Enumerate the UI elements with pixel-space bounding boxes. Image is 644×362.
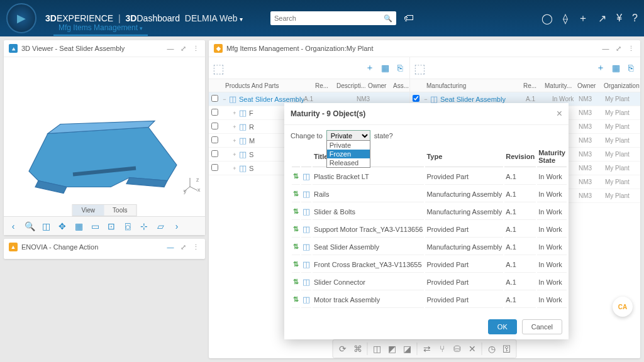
row-checkbox[interactable] — [211, 136, 218, 143]
dialog-row[interactable]: ⇅◫RailsManufacturing AssemblyA.1In Work — [292, 186, 567, 202]
cell-title: Motor track Assembly — [313, 292, 424, 308]
dialog-row[interactable]: ⇅◫Plastic Bracket LTProvided PartA.1In W… — [292, 168, 567, 185]
col-owner[interactable]: Owner — [575, 82, 601, 89]
axis-icon[interactable]: ⊹ — [137, 219, 151, 233]
row-checkbox[interactable] — [211, 123, 218, 129]
row-checkbox[interactable] — [211, 95, 218, 102]
ca-fab-button[interactable]: CA — [613, 297, 633, 317]
dialog-row[interactable]: ⇅◫Motor track AssemblyProvided PartA.1In… — [292, 292, 567, 308]
cube2-icon[interactable]: ◩ — [386, 342, 399, 356]
refresh-icon[interactable]: ⟳ — [336, 342, 350, 356]
user-icon[interactable]: ◯ — [541, 13, 553, 25]
expand-icon[interactable]: + — [230, 110, 239, 116]
col-ass[interactable]: Ass... — [391, 82, 409, 89]
option-private[interactable]: Private — [327, 141, 370, 150]
grid-icon[interactable]: ▦ — [379, 62, 391, 74]
apps-icon[interactable]: ¥ — [616, 13, 622, 24]
row-checkbox[interactable] — [211, 164, 218, 171]
key-icon[interactable]: ⚿ — [500, 342, 514, 356]
cube3-icon[interactable]: ◪ — [401, 342, 414, 356]
ok-button[interactable]: OK — [488, 319, 517, 334]
nav-prev-icon[interactable]: ‹ — [6, 219, 20, 233]
menu-icon[interactable]: ⋮ — [191, 243, 200, 251]
menu-icon[interactable]: ⋮ — [191, 44, 200, 53]
viewer-canvas[interactable]: zxy View Tools ‹ 🔍 ◫ ✥ ▦ ▭ ⊡ ⌼ ⊹ ▱ — [4, 57, 205, 235]
notification-icon[interactable]: ⟠ — [563, 13, 568, 25]
col-type[interactable]: Type — [425, 146, 503, 167]
col-owner[interactable]: Owner — [365, 82, 391, 89]
expand-icon[interactable]: − — [220, 96, 229, 102]
ground-icon[interactable]: ▱ — [153, 219, 167, 233]
option-released[interactable]: Released — [327, 158, 370, 167]
copy-icon[interactable]: ⎘ — [394, 62, 406, 74]
dialog-row[interactable]: ⇅◫Slider ConnectorProvided PartA.1In Wor… — [292, 274, 567, 290]
close-icon[interactable]: × — [557, 108, 562, 119]
col-mfg[interactable]: Manufacturing — [424, 82, 521, 89]
search-box[interactable]: 🔍 — [270, 11, 396, 25]
db-icon[interactable]: ⛁ — [450, 342, 464, 356]
share-icon[interactable]: ↗ — [598, 13, 606, 25]
dialog-row[interactable]: ⇅◫Slider & BoltsManufacturing AssemblyA.… — [292, 204, 567, 220]
link-icon[interactable]: ⌘ — [351, 342, 365, 356]
search-icon[interactable]: 🔍 — [384, 14, 392, 23]
menu-icon[interactable]: ⋮ — [626, 44, 635, 53]
expand-icon[interactable]: + — [230, 124, 239, 130]
search-input[interactable] — [274, 14, 384, 22]
col-rev[interactable]: Re... — [521, 82, 542, 89]
copy-icon[interactable]: ⎘ — [625, 62, 636, 74]
maximize-icon[interactable]: ⤢ — [179, 44, 187, 53]
row-checkbox[interactable] — [211, 150, 218, 157]
dialog-row[interactable]: ⇅◫Front Cross Bracket_YA3-V113655Provide… — [292, 256, 567, 273]
compass-icon[interactable]: ▶ — [6, 3, 36, 33]
tab-mfg-items[interactable]: Mfg Items Management ▾ — [53, 21, 148, 36]
minimize-icon[interactable]: — — [166, 44, 175, 53]
delete-icon[interactable]: ✕ — [465, 342, 479, 356]
dialog-row[interactable]: ⇅◫Seat Slider AssemblyManufacturing Asse… — [292, 239, 567, 255]
nav-next-icon[interactable]: › — [170, 219, 184, 233]
minimize-icon[interactable]: — — [601, 44, 610, 53]
col-revision[interactable]: Revision — [504, 146, 536, 167]
help-icon[interactable]: ? — [632, 13, 638, 24]
expand-icon[interactable]: + — [230, 151, 239, 158]
zoom-icon[interactable]: 🔍 — [23, 219, 36, 233]
cell-rev: A.1 — [504, 186, 536, 202]
expand-icon[interactable]: + — [230, 165, 239, 172]
add-product-icon[interactable]: ＋ — [364, 62, 375, 74]
dialog-row[interactable]: ⇅◫Support Motor Track_YA3-V113656Provide… — [292, 221, 567, 238]
maximize-icon[interactable]: ⤢ — [614, 44, 623, 53]
option-frozen[interactable]: Frozen — [327, 150, 370, 158]
col-products[interactable]: Products And Parts — [223, 82, 313, 89]
col-mat[interactable]: Maturity... — [542, 82, 575, 89]
grid-icon[interactable]: ▦ — [610, 62, 621, 74]
col-desc[interactable]: Descripti... — [334, 82, 365, 89]
cyl-icon[interactable]: ⌼ — [121, 219, 135, 233]
col-rev[interactable]: Re... — [313, 82, 334, 89]
col-maturity[interactable]: Maturity State — [537, 146, 567, 167]
minimize-icon[interactable]: — — [166, 243, 175, 251]
cell-type: Provided Part — [425, 292, 503, 308]
move-icon[interactable]: ✥ — [55, 219, 69, 233]
row-checkbox[interactable] — [413, 95, 419, 102]
col-org[interactable]: Organization — [601, 82, 640, 89]
maximize-icon[interactable]: ⤢ — [179, 243, 187, 251]
sel-icon[interactable]: ▭ — [88, 219, 102, 233]
add-icon[interactable]: ＋ — [578, 12, 588, 25]
arrow-icon[interactable]: ⇄ — [420, 342, 434, 356]
row-checkbox[interactable] — [211, 109, 218, 116]
viewer-tab-tools[interactable]: Tools — [104, 205, 136, 216]
gauge-icon[interactable]: ◷ — [485, 342, 499, 356]
tag-icon[interactable]: 🏷 — [404, 13, 414, 24]
cube1-icon[interactable]: ◫ — [370, 342, 384, 356]
cell-rev: A.1 — [504, 292, 536, 308]
view-icon[interactable]: ▦ — [72, 219, 86, 233]
fit-icon[interactable]: ⊡ — [104, 219, 118, 233]
cube-icon[interactable]: ◫ — [39, 219, 53, 233]
expand-icon[interactable]: − — [421, 96, 430, 102]
viewer-tab-view[interactable]: View — [73, 205, 104, 216]
item-icon: ◫ — [301, 292, 311, 308]
mfg-title: Mfg Items Management - Organization:My P… — [226, 45, 597, 52]
cancel-button[interactable]: Cancel — [522, 319, 562, 334]
add-mfg-icon[interactable]: ＋ — [595, 62, 606, 74]
expand-icon[interactable]: + — [230, 138, 239, 144]
branch-icon[interactable]: ⑂ — [435, 342, 449, 356]
